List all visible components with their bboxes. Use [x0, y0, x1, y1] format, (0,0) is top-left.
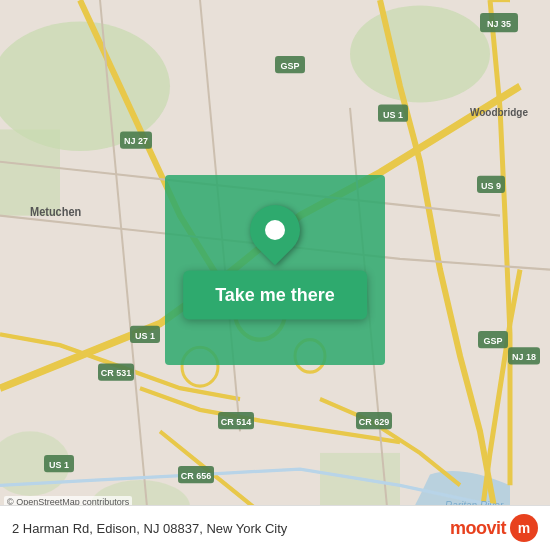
svg-text:US 1: US 1: [383, 109, 403, 119]
svg-rect-3: [0, 129, 60, 215]
svg-text:Woodbridge: Woodbridge: [470, 107, 528, 118]
svg-text:US 9: US 9: [481, 180, 501, 190]
svg-text:NJ 27: NJ 27: [124, 136, 148, 146]
svg-text:GSP: GSP: [281, 61, 300, 71]
svg-text:NJ 18: NJ 18: [512, 352, 536, 362]
svg-text:NJ 35: NJ 35: [487, 19, 511, 29]
moovit-logo-text: moovit: [450, 518, 506, 539]
take-me-there-button[interactable]: Take me there: [183, 271, 367, 320]
svg-text:CR 656: CR 656: [181, 471, 211, 481]
svg-text:Metuchen: Metuchen: [30, 205, 81, 217]
svg-text:US 1: US 1: [49, 460, 69, 470]
address-label: 2 Harman Rd, Edison, NJ 08837, New York …: [12, 521, 450, 536]
map-container: NJ 35 GSP US 1 NJ 27 US 9 Metuchen Woodb…: [0, 0, 550, 550]
moovit-logo: moovit m: [450, 514, 538, 542]
bottom-bar: 2 Harman Rd, Edison, NJ 08837, New York …: [0, 505, 550, 550]
svg-text:CR 531: CR 531: [101, 368, 131, 378]
svg-point-2: [350, 5, 490, 102]
moovit-logo-icon: m: [510, 514, 538, 542]
location-pin: [250, 205, 300, 255]
svg-text:CR 629: CR 629: [359, 417, 389, 427]
svg-text:CR 514: CR 514: [221, 417, 252, 427]
svg-text:GSP: GSP: [484, 336, 503, 346]
svg-text:US 1: US 1: [135, 330, 155, 340]
